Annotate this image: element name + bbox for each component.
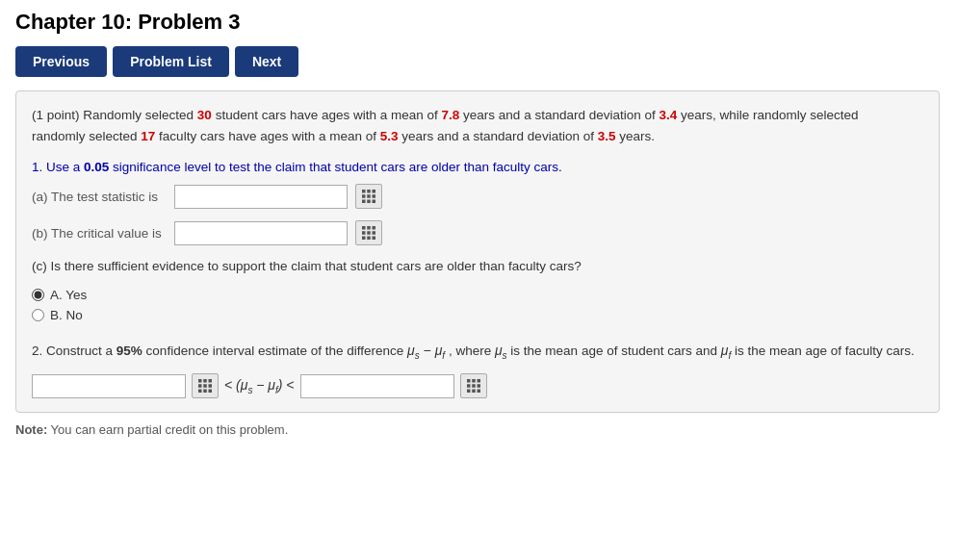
svg-rect-6 [362, 200, 366, 204]
svg-rect-11 [373, 226, 376, 230]
note-area: Note: You can earn partial credit on thi… [15, 422, 942, 437]
svg-rect-19 [203, 379, 207, 383]
part-b-label: (b) The critical value is [32, 226, 167, 241]
section2: 2. Construct a 95% confidence interval e… [32, 340, 923, 398]
note-label: Note: [15, 422, 47, 437]
intro4b: randomly selected [32, 129, 141, 143]
mu-f: μf [721, 343, 731, 358]
points-label: (1 point) [32, 108, 80, 122]
test-statistic-input[interactable] [174, 185, 348, 209]
section1-header: 1. Use a 0.05 significance level to test… [32, 160, 923, 174]
intro2: student cars have ages with a mean of [216, 108, 442, 122]
svg-rect-34 [472, 390, 476, 394]
ci-less-than1: < (μs − μf) < [224, 377, 295, 395]
ci-upper-grid-icon[interactable] [460, 373, 487, 398]
svg-rect-4 [367, 194, 371, 198]
page-title: Chapter 10: Problem 3 [15, 10, 942, 35]
mean-students: 7.8 [442, 108, 460, 122]
ci-lower-input[interactable] [32, 374, 186, 398]
svg-rect-7 [367, 200, 371, 204]
svg-rect-14 [373, 231, 376, 235]
svg-rect-29 [477, 379, 480, 383]
svg-rect-22 [203, 384, 207, 388]
problem-list-button[interactable]: Problem List [113, 46, 229, 77]
svg-rect-13 [367, 231, 371, 235]
ci-lower-grid-icon[interactable] [192, 373, 219, 398]
section2-text4: is the mean age of student cars and [510, 344, 720, 358]
option-b: B. No [32, 308, 923, 322]
svg-rect-20 [209, 379, 213, 383]
svg-rect-28 [472, 379, 476, 383]
svg-rect-10 [367, 226, 371, 230]
option-a-label: A. Yes [50, 288, 87, 302]
ci-upper-input[interactable] [300, 374, 454, 398]
section2-text1: Construct a [46, 344, 116, 358]
n-faculty: 17 [141, 129, 155, 143]
section2-text3: , where [449, 344, 495, 358]
svg-rect-26 [209, 390, 213, 394]
section2-label: 2. [32, 344, 42, 358]
option-a: A. Yes [32, 288, 923, 302]
svg-rect-33 [467, 390, 471, 394]
svg-rect-12 [362, 231, 366, 235]
intro1: Randomly selected [83, 108, 197, 122]
intro7: years. [619, 129, 655, 143]
intro3: years and a standard deviation of [463, 108, 659, 122]
intro5: faculty cars have ages with a mean of [159, 129, 380, 143]
section1-text2: significance level to test the claim tha… [113, 160, 562, 174]
n-students: 30 [197, 108, 212, 122]
option-b-label: B. No [50, 308, 83, 322]
intro6: years and a standard deviation of [401, 129, 597, 143]
nav-buttons: Previous Problem List Next [15, 46, 942, 77]
sd-students: 3.4 [659, 108, 677, 122]
option-a-radio[interactable] [32, 289, 44, 301]
critical-value-input[interactable] [174, 221, 348, 245]
test-statistic-grid-icon[interactable] [355, 184, 382, 209]
svg-rect-35 [477, 390, 480, 394]
section2-text2: confidence interval estimate of the diff… [146, 344, 407, 358]
svg-rect-5 [373, 194, 376, 198]
part-a: (a) The test statistic is [32, 184, 923, 209]
svg-rect-23 [209, 384, 213, 388]
problem-container: (1 point) Randomly selected 30 student c… [15, 90, 940, 413]
svg-rect-2 [373, 190, 376, 193]
svg-rect-16 [367, 237, 371, 241]
svg-rect-17 [373, 237, 376, 241]
section1-label: 1. [32, 160, 42, 174]
svg-rect-25 [203, 390, 207, 394]
mu-diff-expr: μs − μf [407, 343, 445, 358]
ci-row: < (μs − μf) < [32, 373, 923, 398]
note-text: You can earn partial credit on this prob… [51, 422, 289, 437]
previous-button[interactable]: Previous [15, 46, 107, 77]
svg-rect-8 [373, 200, 376, 204]
svg-rect-0 [362, 190, 366, 193]
svg-rect-27 [467, 379, 471, 383]
part-b: (b) The critical value is [32, 220, 923, 245]
part-c-options: A. Yes B. No [32, 288, 923, 322]
svg-rect-1 [367, 190, 371, 193]
next-button[interactable]: Next [235, 46, 298, 77]
critical-value-grid-icon[interactable] [355, 220, 382, 245]
alpha-value: 0.05 [84, 160, 109, 174]
svg-rect-15 [362, 237, 366, 241]
svg-rect-9 [362, 226, 366, 230]
intro-text: (1 point) Randomly selected 30 student c… [32, 105, 923, 146]
intro4: years, while randomly selected [681, 108, 859, 122]
section2-text5: is the mean age of faculty cars. [735, 344, 915, 358]
svg-rect-30 [467, 384, 471, 388]
part-c-text: (c) Is there sufficient evidence to supp… [32, 257, 923, 276]
svg-rect-21 [198, 384, 202, 388]
mu-s: μs [495, 343, 507, 358]
mean-faculty: 5.3 [380, 129, 399, 143]
option-b-radio[interactable] [32, 309, 44, 321]
confidence-level: 95% [116, 344, 142, 358]
svg-rect-24 [198, 390, 202, 394]
section2-text: 2. Construct a 95% confidence interval e… [32, 340, 923, 364]
sd-faculty: 3.5 [598, 129, 616, 143]
svg-rect-31 [472, 384, 476, 388]
section1-text: Use a [46, 160, 84, 174]
svg-rect-3 [362, 194, 366, 198]
svg-rect-18 [198, 379, 202, 383]
svg-rect-32 [477, 384, 480, 388]
part-a-label: (a) The test statistic is [32, 190, 167, 204]
